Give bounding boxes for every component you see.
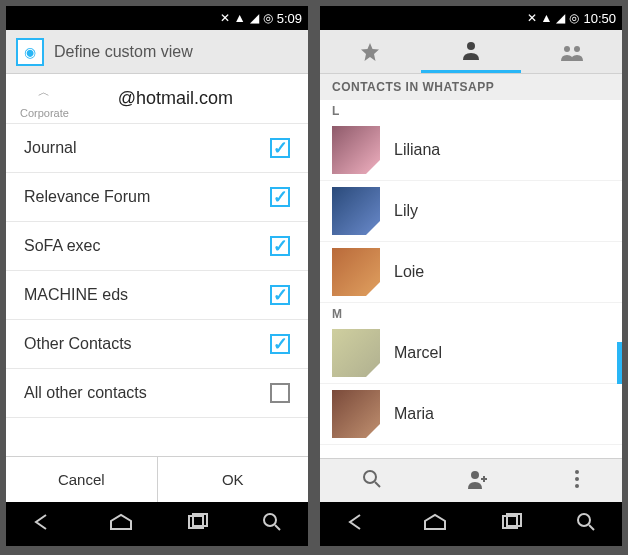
tab-groups[interactable]	[521, 30, 622, 73]
page-title: Define custom view	[54, 43, 193, 61]
back-icon[interactable]	[32, 513, 56, 535]
status-bar: ✕ ▲ ◢ ◎ 10:50	[320, 6, 622, 30]
cancel-button[interactable]: Cancel	[6, 457, 158, 502]
ok-button[interactable]: OK	[158, 457, 309, 502]
svg-point-7	[471, 471, 479, 479]
row-label: SoFA exec	[24, 237, 101, 255]
avatar	[332, 126, 380, 174]
search-icon[interactable]	[362, 469, 382, 493]
star-icon	[359, 41, 381, 63]
checkbox[interactable]	[270, 187, 290, 207]
wifi-icon: ▲	[541, 11, 553, 25]
checkbox-row[interactable]: SoFA exec	[6, 222, 308, 271]
recents-icon[interactable]	[500, 513, 524, 535]
group-icon	[559, 41, 585, 63]
vibrate-icon: ✕	[527, 11, 537, 25]
svg-point-9	[575, 477, 579, 481]
vibrate-icon: ✕	[220, 11, 230, 25]
avatar	[332, 329, 380, 377]
row-label: Other Contacts	[24, 335, 132, 353]
svg-point-10	[575, 484, 579, 488]
svg-point-2	[264, 514, 276, 526]
recents-icon[interactable]	[186, 513, 210, 535]
nav-bar	[320, 502, 622, 546]
wifi-icon: ▲	[234, 11, 246, 25]
avatar	[332, 187, 380, 235]
status-time: 5:09	[277, 11, 302, 26]
phone-right: ✕ ▲ ◢ ◎ 10:50 CONTACTS IN WHATSAPP LLili…	[320, 6, 622, 546]
svg-point-3	[467, 42, 475, 50]
contact-row[interactable]: Lily	[320, 181, 622, 242]
contact-name: Lily	[394, 202, 418, 220]
row-label: Journal	[24, 139, 76, 157]
status-bar: ✕ ▲ ◢ ◎ 5:09	[6, 6, 308, 30]
dialog-buttons: Cancel OK	[6, 456, 308, 502]
svg-point-8	[575, 470, 579, 474]
checkbox-row[interactable]: Relevance Forum	[6, 173, 308, 222]
nfc-icon: ◎	[263, 11, 273, 25]
svg-point-13	[578, 514, 590, 526]
contact-row[interactable]: Liliana	[320, 120, 622, 181]
section-letter: M	[320, 303, 622, 323]
nfc-icon: ◎	[569, 11, 579, 25]
checkbox[interactable]	[270, 285, 290, 305]
app-icon: ◉	[16, 38, 44, 66]
signal-icon: ◢	[556, 11, 565, 25]
section-letter: L	[320, 100, 622, 120]
contact-row[interactable]: Loie	[320, 242, 622, 303]
search-nav-icon[interactable]	[262, 512, 282, 536]
section-domain: @hotmail.com	[87, 88, 264, 109]
checkbox[interactable]	[270, 334, 290, 354]
contact-row[interactable]: Marcel	[320, 323, 622, 384]
content-area: ︿ Corporate @hotmail.com JournalRelevanc…	[6, 74, 308, 456]
section-header[interactable]: ︿ Corporate @hotmail.com	[6, 74, 308, 124]
nav-bar	[6, 502, 308, 546]
svg-point-5	[574, 46, 580, 52]
contact-name: Marcel	[394, 344, 442, 362]
contact-name: Liliana	[394, 141, 440, 159]
contact-name: Maria	[394, 405, 434, 423]
bottom-bar	[320, 458, 622, 502]
row-label: All other contacts	[24, 384, 147, 402]
home-icon[interactable]	[108, 513, 134, 535]
avatar	[332, 390, 380, 438]
search-nav-icon[interactable]	[576, 512, 596, 536]
row-label: MACHINE eds	[24, 286, 128, 304]
contact-row[interactable]: Maria	[320, 384, 622, 445]
phone-left: ✕ ▲ ◢ ◎ 5:09 ◉ Define custom view ︿ Corp…	[6, 6, 308, 546]
home-icon[interactable]	[422, 513, 448, 535]
avatar	[332, 248, 380, 296]
checkbox[interactable]	[270, 236, 290, 256]
app-bar: ◉ Define custom view	[6, 30, 308, 74]
checkbox-row[interactable]: All other contacts	[6, 369, 308, 418]
scroll-indicator[interactable]	[617, 342, 622, 384]
status-time: 10:50	[583, 11, 616, 26]
tab-favorites[interactable]	[320, 30, 421, 73]
tab-bar	[320, 30, 622, 74]
svg-point-6	[364, 471, 376, 483]
list-header: CONTACTS IN WHATSAPP	[320, 74, 622, 100]
person-icon	[460, 39, 482, 61]
back-icon[interactable]	[346, 513, 370, 535]
checkbox-row[interactable]: Other Contacts	[6, 320, 308, 369]
chevron-up-icon: ︿	[38, 84, 50, 101]
checkbox[interactable]	[270, 383, 290, 403]
checkbox-row[interactable]: MACHINE eds	[6, 271, 308, 320]
signal-icon: ◢	[250, 11, 259, 25]
add-contact-icon[interactable]	[466, 468, 490, 494]
checkbox[interactable]	[270, 138, 290, 158]
section-sublabel: Corporate	[20, 107, 69, 119]
content-area: CONTACTS IN WHATSAPP LLilianaLilyLoieMMa…	[320, 74, 622, 458]
checkbox-row[interactable]: Journal	[6, 124, 308, 173]
row-label: Relevance Forum	[24, 188, 150, 206]
svg-point-4	[564, 46, 570, 52]
contact-name: Loie	[394, 263, 424, 281]
overflow-icon[interactable]	[574, 469, 580, 493]
tab-contacts[interactable]	[421, 30, 522, 73]
